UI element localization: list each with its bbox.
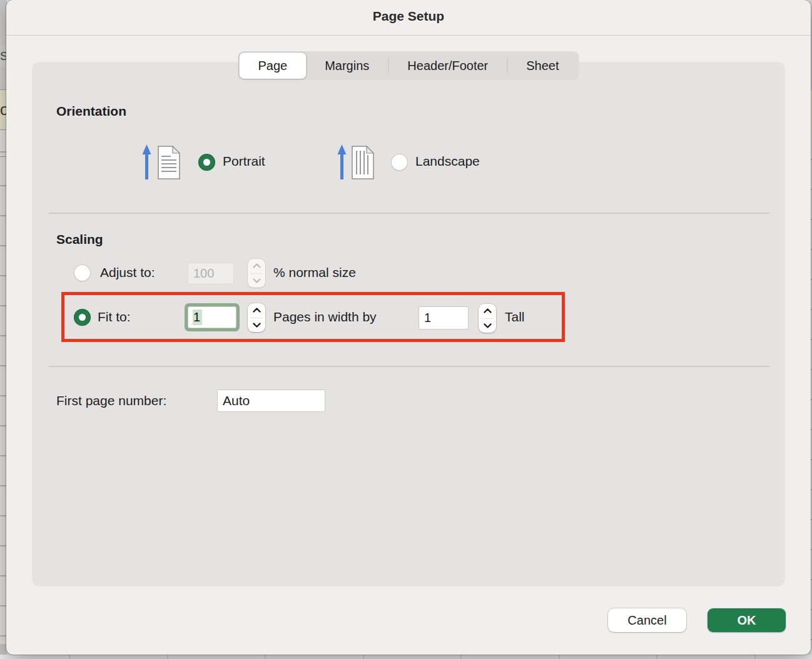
fit-tall-stepper[interactable] (479, 304, 496, 333)
background-column-line (656, 655, 657, 659)
background-column-line (265, 655, 266, 659)
chevron-up-icon (484, 308, 492, 313)
background-column-line (69, 655, 70, 659)
landscape-radio[interactable] (391, 154, 408, 171)
tab-sheet[interactable]: Sheet (507, 51, 577, 80)
portrait-label: Portrait (223, 154, 265, 169)
adjust-to-label: Adjust to: (100, 265, 155, 280)
landscape-up-arrow-icon (337, 144, 347, 180)
percent-normal-size-label: % normal size (273, 265, 356, 280)
background-column-line (754, 655, 756, 659)
fit-width-stepper[interactable] (248, 303, 265, 332)
chevron-down-icon (253, 323, 261, 328)
tab-margins[interactable]: Margins (306, 51, 388, 80)
tab-group: Page Margins Header/Footer Sheet (238, 51, 579, 80)
chevron-up-icon (253, 308, 261, 313)
tall-label: Tall (505, 309, 525, 324)
fit-width-input[interactable]: 1 (185, 303, 240, 331)
adjust-to-radio[interactable] (74, 264, 91, 281)
ok-button[interactable]: OK (708, 608, 786, 632)
page-setup-dialog: Page Setup Page Margins Header/Footer Sh… (6, 0, 811, 655)
landscape-label: Landscape (415, 154, 480, 169)
scaling-heading: Scaling (56, 232, 103, 247)
first-page-number-label: First page number: (56, 393, 166, 408)
portrait-radio[interactable] (198, 154, 215, 171)
tab-header-footer[interactable]: Header/Footer (388, 51, 507, 80)
content-panel (33, 63, 784, 586)
dialog-titlebar: Page Setup (6, 0, 811, 36)
background-column-line (363, 655, 364, 659)
first-page-number-input[interactable] (217, 390, 325, 412)
section-divider (49, 366, 769, 367)
chevron-down-icon (253, 278, 261, 283)
fit-to-label: Fit to: (98, 309, 131, 324)
chevron-up-icon (253, 263, 261, 268)
landscape-page-icon (352, 146, 374, 179)
background-column-line (460, 655, 462, 659)
portrait-page-icon (158, 146, 180, 179)
pages-in-width-by-label: Pages in width by (273, 309, 377, 324)
adjust-percent-input[interactable] (188, 263, 234, 284)
background-column-line (559, 655, 560, 659)
portrait-up-arrow-icon (142, 144, 151, 180)
chevron-down-icon (484, 323, 492, 328)
cancel-button[interactable]: Cancel (608, 608, 686, 632)
orientation-heading: Orientation (56, 104, 126, 119)
dialog-title: Page Setup (6, 9, 811, 24)
section-divider (49, 213, 769, 214)
tab-page[interactable]: Page (239, 53, 306, 79)
fit-tall-input[interactable] (419, 306, 469, 330)
adjust-percent-stepper[interactable] (248, 259, 265, 288)
background-spreadsheet-bottom (0, 655, 812, 659)
background-column-line (167, 655, 168, 659)
fit-width-value: 1 (193, 309, 202, 325)
fit-to-radio[interactable] (74, 309, 91, 326)
